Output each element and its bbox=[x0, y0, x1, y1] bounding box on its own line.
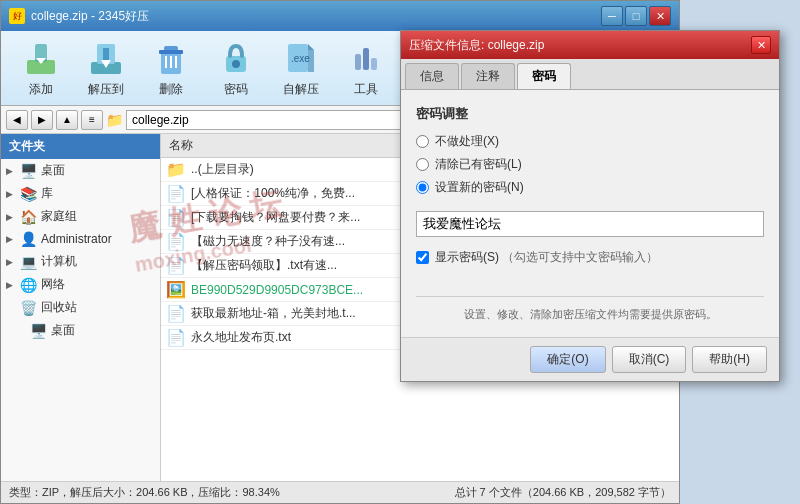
tree-arrow-computer: ▶ bbox=[6, 257, 16, 267]
file-icon-4: 📄 bbox=[166, 256, 186, 275]
list-view-button[interactable]: ≡ bbox=[81, 110, 103, 130]
file-icon-7: 📄 bbox=[166, 328, 186, 347]
tool-selfextract-label: 自解压 bbox=[283, 81, 319, 98]
svg-rect-19 bbox=[355, 54, 361, 70]
file-icon-0: 📁 bbox=[166, 160, 186, 179]
main-window-title: college.zip - 2345好压 bbox=[31, 8, 149, 25]
minimize-button[interactable]: ─ bbox=[601, 6, 623, 26]
tree-item-desktop[interactable]: ▶ 🖥️ 桌面 bbox=[1, 159, 160, 182]
show-password-row: 显示密码(S) （勾选可支持中文密码输入） bbox=[416, 249, 764, 266]
app-icon: 好 bbox=[9, 8, 25, 24]
library-icon: 📚 bbox=[20, 186, 37, 202]
tool-password[interactable]: 密码 bbox=[206, 35, 266, 102]
status-file-info: 类型：ZIP，解压后大小：204.66 KB，压缩比：98.34% bbox=[9, 485, 280, 500]
title-bar-left: 好 college.zip - 2345好压 bbox=[9, 8, 149, 25]
computer-icon: 💻 bbox=[20, 254, 37, 270]
forward-button[interactable]: ▶ bbox=[31, 110, 53, 130]
recycle-icon: 🗑️ bbox=[20, 300, 37, 316]
radio-item-set[interactable]: 设置新的密码(N) bbox=[416, 179, 764, 196]
maximize-button[interactable]: □ bbox=[625, 6, 647, 26]
svg-rect-6 bbox=[103, 48, 109, 60]
tree-item-network[interactable]: ▶ 🌐 网络 bbox=[1, 273, 160, 296]
tree-label-admin: Administrator bbox=[41, 232, 112, 246]
folder-icon: 📁 bbox=[106, 112, 123, 128]
tree-item-admin[interactable]: ▶ 👤 Administrator bbox=[1, 228, 160, 250]
close-button[interactable]: ✕ bbox=[649, 6, 671, 26]
show-password-label: 显示密码(S) （勾选可支持中文密码输入） bbox=[435, 249, 658, 266]
radio-set[interactable] bbox=[416, 181, 429, 194]
tree-item-desktop2[interactable]: 🖥️ 桌面 bbox=[1, 319, 160, 342]
section-title: 密码调整 bbox=[416, 105, 764, 123]
password-field[interactable] bbox=[416, 211, 764, 237]
tool-extract[interactable]: 解压到 bbox=[76, 35, 136, 102]
svg-rect-21 bbox=[371, 58, 377, 70]
tree-arrow-homegroup: ▶ bbox=[6, 212, 16, 222]
file-icon-6: 📄 bbox=[166, 304, 186, 323]
cancel-button[interactable]: 取消(C) bbox=[612, 346, 687, 373]
left-panel: 文件夹 ▶ 🖥️ 桌面 ▶ 📚 库 ▶ 🏠 家庭组 ▶ 👤 Administra… bbox=[1, 134, 161, 481]
tree-arrow-admin: ▶ bbox=[6, 234, 16, 244]
dialog-close-button[interactable]: ✕ bbox=[751, 36, 771, 54]
up-button[interactable]: ▲ bbox=[56, 110, 78, 130]
network-icon: 🌐 bbox=[20, 277, 37, 293]
delete-icon bbox=[151, 39, 191, 79]
tree-arrow-network: ▶ bbox=[6, 280, 16, 290]
show-password-checkbox[interactable] bbox=[416, 251, 429, 264]
tool-delete[interactable]: 删除 bbox=[141, 35, 201, 102]
svg-marker-16 bbox=[308, 44, 314, 50]
radio-group: 不做处理(X) 清除已有密码(L) 设置新的密码(N) bbox=[416, 133, 764, 196]
radio-none[interactable] bbox=[416, 135, 429, 148]
desktop2-icon: 🖥️ bbox=[30, 323, 47, 339]
svg-point-14 bbox=[232, 60, 240, 68]
dialog-content: 密码调整 不做处理(X) 清除已有密码(L) 设置新的密码(N) 显示密码(S)… bbox=[401, 90, 779, 337]
desktop-icon: 🖥️ bbox=[20, 163, 37, 179]
tool-delete-label: 删除 bbox=[159, 81, 183, 98]
status-bar: 类型：ZIP，解压后大小：204.66 KB，压缩比：98.34% 总计 7 个… bbox=[1, 481, 679, 503]
admin-icon: 👤 bbox=[20, 231, 37, 247]
tool-tools[interactable]: 工具 bbox=[336, 35, 396, 102]
tree-item-recycle[interactable]: 🗑️ 回收站 bbox=[1, 296, 160, 319]
tree-label-computer: 计算机 bbox=[41, 253, 77, 270]
tool-tools-label: 工具 bbox=[354, 81, 378, 98]
show-password-text: 显示密码(S) bbox=[435, 250, 499, 264]
show-password-hint: （勾选可支持中文密码输入） bbox=[502, 250, 658, 264]
dialog-title-bar: 压缩文件信息: college.zip ✕ bbox=[401, 31, 779, 59]
left-panel-title: 文件夹 bbox=[1, 134, 160, 159]
tool-add[interactable]: 添加 bbox=[11, 35, 71, 102]
password-icon bbox=[216, 39, 256, 79]
back-button[interactable]: ◀ bbox=[6, 110, 28, 130]
dialog-buttons: 确定(O) 取消(C) 帮助(H) bbox=[401, 337, 779, 381]
help-button[interactable]: 帮助(H) bbox=[692, 346, 767, 373]
tool-selfextract[interactable]: .exe 自解压 bbox=[271, 35, 331, 102]
ok-button[interactable]: 确定(O) bbox=[530, 346, 605, 373]
file-icon-1: 📄 bbox=[166, 184, 186, 203]
add-icon bbox=[21, 39, 61, 79]
extract-icon bbox=[86, 39, 126, 79]
file-icon-5: 🖼️ bbox=[166, 280, 186, 299]
tree-arrow: ▶ bbox=[6, 166, 16, 176]
radio-none-label: 不做处理(X) bbox=[435, 133, 499, 150]
tools-icon bbox=[346, 39, 386, 79]
radio-item-none[interactable]: 不做处理(X) bbox=[416, 133, 764, 150]
radio-item-clear[interactable]: 清除已有密码(L) bbox=[416, 156, 764, 173]
tree-label-network: 网络 bbox=[41, 276, 65, 293]
tree-arrow-library: ▶ bbox=[6, 189, 16, 199]
dialog-window: 压缩文件信息: college.zip ✕ 信息 注释 密码 密码调整 不做处理… bbox=[400, 30, 780, 382]
tab-password[interactable]: 密码 bbox=[517, 63, 571, 89]
radio-clear[interactable] bbox=[416, 158, 429, 171]
radio-set-label: 设置新的密码(N) bbox=[435, 179, 524, 196]
tree-label-library: 库 bbox=[41, 185, 53, 202]
svg-rect-9 bbox=[159, 50, 183, 54]
tab-comment[interactable]: 注释 bbox=[461, 63, 515, 89]
tree-item-homegroup[interactable]: ▶ 🏠 家庭组 bbox=[1, 205, 160, 228]
tab-bar: 信息 注释 密码 bbox=[401, 59, 779, 90]
tree-item-computer[interactable]: ▶ 💻 计算机 bbox=[1, 250, 160, 273]
tree-item-library[interactable]: ▶ 📚 库 bbox=[1, 182, 160, 205]
selfextract-icon: .exe bbox=[281, 39, 321, 79]
window-controls: ─ □ ✕ bbox=[601, 6, 671, 26]
tree-label-recycle: 回收站 bbox=[41, 299, 77, 316]
main-title-bar: 好 college.zip - 2345好压 ─ □ ✕ bbox=[1, 1, 679, 31]
tool-add-label: 添加 bbox=[29, 81, 53, 98]
tool-extract-label: 解压到 bbox=[88, 81, 124, 98]
tab-info[interactable]: 信息 bbox=[405, 63, 459, 89]
